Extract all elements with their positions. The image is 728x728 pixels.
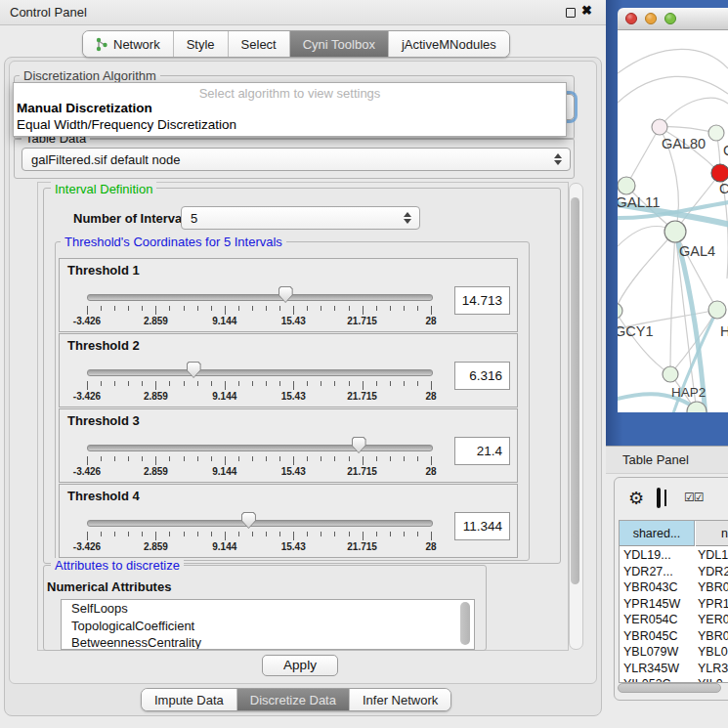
network-node-h[interactable] xyxy=(708,301,726,319)
slider-tick xyxy=(155,532,156,540)
slider-tick xyxy=(376,306,377,311)
tab-label: Select xyxy=(241,37,277,52)
tab-infer-network[interactable]: Infer Network xyxy=(350,689,450,710)
network-node-gal80[interactable] xyxy=(652,119,667,135)
close-button[interactable] xyxy=(625,13,637,24)
table-cell[interactable]: YDR2 xyxy=(698,564,728,580)
table-cell[interactable]: YPR1 xyxy=(698,596,728,613)
slider-tick xyxy=(404,532,405,536)
table-cell[interactable]: YDR27... xyxy=(623,564,699,580)
gear-icon[interactable]: ⚙ xyxy=(628,488,644,509)
table-cell[interactable]: YPR145W xyxy=(623,596,699,613)
table-cell[interactable]: YBR0 xyxy=(698,579,728,596)
table-cell[interactable]: YBR0 xyxy=(698,628,728,645)
table-column-header[interactable]: shared... xyxy=(620,521,695,546)
slider-tick-label: 28 xyxy=(400,316,462,326)
network-node-c[interactable] xyxy=(711,164,728,182)
table-column-header[interactable]: na xyxy=(696,521,728,546)
slider-tick xyxy=(142,532,143,536)
threshold-value-field[interactable]: 21.4 xyxy=(454,437,510,465)
network-node-ga[interactable] xyxy=(708,125,724,141)
slider-tick xyxy=(349,532,350,536)
table-cell[interactable]: YLR345W xyxy=(623,661,699,677)
slider-tick xyxy=(142,306,143,311)
threshold-slider-track[interactable] xyxy=(87,445,433,451)
slider-tick xyxy=(431,456,432,465)
slider-tick xyxy=(87,306,88,315)
algorithm-dropdown-popup: Select algorithm to view settings Manual… xyxy=(13,82,567,137)
tab-label: Infer Network xyxy=(363,693,438,707)
tab-style[interactable]: Style xyxy=(174,31,229,57)
slider-tick xyxy=(101,306,102,311)
slider-tick xyxy=(155,456,156,465)
slider-tick xyxy=(293,456,294,465)
table-data-combobox[interactable]: galFiltered.sif default node xyxy=(21,148,571,171)
slider-tick xyxy=(390,306,391,311)
attribute-list-item[interactable]: SelfLoops xyxy=(62,600,474,618)
threshold-slider-track[interactable] xyxy=(87,520,433,527)
table-cell[interactable]: YBL0 xyxy=(698,644,728,661)
minimize-button[interactable] xyxy=(645,13,657,24)
bottom-tab-bar: Impute DataDiscretize DataInfer Network xyxy=(141,688,451,711)
table-cell[interactable]: YIL0 xyxy=(698,676,728,683)
table-cell[interactable]: YBR045C xyxy=(623,628,699,645)
slider-tick xyxy=(184,381,185,386)
slider-tick xyxy=(307,306,308,311)
table-cell[interactable]: YLR3 xyxy=(698,661,728,677)
slider-tick xyxy=(211,306,212,311)
table-cell[interactable]: YDL1 xyxy=(698,547,728,564)
table-cell[interactable]: YER054C xyxy=(623,612,699,628)
table-hscrollbar-thumb[interactable] xyxy=(618,683,721,693)
network-window-titlebar[interactable] xyxy=(618,8,728,30)
threshold-slider-track[interactable] xyxy=(87,369,433,376)
tab-network[interactable]: Network xyxy=(83,31,174,57)
dropdown-option[interactable]: Equal Width/Frequency Discretization xyxy=(17,117,236,132)
network-node-gcy1[interactable] xyxy=(618,303,622,319)
apply-button[interactable]: Apply xyxy=(262,655,338,676)
attribute-list-item[interactable]: TopologicalCoefficient xyxy=(62,618,474,635)
attribute-list-item[interactable]: BetweennessCentrality xyxy=(62,634,474,650)
threshold-slider-track[interactable] xyxy=(87,294,433,301)
table-cell[interactable]: YBL079W xyxy=(623,644,699,661)
slider-tick xyxy=(114,306,115,311)
column-view-icon[interactable] xyxy=(657,488,661,508)
tab-cyni-toolbox[interactable]: Cyni Toolbox xyxy=(290,31,389,57)
vertical-scrollbar-thumb[interactable] xyxy=(571,197,579,584)
slider-tick-label: 21.715 xyxy=(331,316,394,326)
slider-tick xyxy=(293,306,294,315)
slider-tick xyxy=(279,306,280,311)
slider-tick xyxy=(142,456,143,461)
table-cell[interactable]: YIL052C xyxy=(623,676,699,683)
network-node-gal11[interactable] xyxy=(618,177,635,194)
threshold-value-field[interactable]: 6.316 xyxy=(454,362,510,390)
network-node-gal4[interactable] xyxy=(664,221,686,242)
checkbox-icon[interactable]: ☑☑ xyxy=(684,491,704,504)
network-node-hap2[interactable] xyxy=(663,366,678,382)
close-panel-icon[interactable]: ✖ xyxy=(581,3,592,18)
dropdown-placeholder: Select algorithm to view settings xyxy=(14,86,566,101)
tab-discretize-data[interactable]: Discretize Data xyxy=(237,689,350,710)
table-cell[interactable]: YDL19... xyxy=(623,547,699,564)
slider-tick xyxy=(184,532,185,536)
num-intervals-combobox[interactable]: 5 xyxy=(181,206,420,230)
dropdown-option[interactable]: Manual Discretization xyxy=(17,101,152,115)
slider-tick xyxy=(307,532,308,536)
table-cell[interactable]: YER0 xyxy=(698,612,728,628)
vertical-scrollbar[interactable] xyxy=(569,183,583,650)
network-canvas[interactable]: GAL80GACGAL11GAL4GCY1HHAP2 xyxy=(618,30,728,412)
float-window-icon[interactable] xyxy=(566,8,576,18)
attributes-list-scrollbar-thumb[interactable] xyxy=(460,602,470,645)
tab-select[interactable]: Select xyxy=(229,31,290,57)
slider-tick xyxy=(238,381,239,386)
tab-impute-data[interactable]: Impute Data xyxy=(142,689,237,710)
slider-tick xyxy=(87,381,88,390)
table-hscrollbar[interactable] xyxy=(617,683,728,692)
table-cell[interactable]: YBR043C xyxy=(623,579,699,596)
threshold-value-field[interactable]: 11.344 xyxy=(454,512,510,540)
slider-tick xyxy=(417,306,418,311)
tab-jactivemnodules[interactable]: jActiveMNodules xyxy=(389,31,509,57)
threshold-value-field[interactable]: 14.713 xyxy=(454,286,510,315)
numerical-attributes-list[interactable]: SelfLoopsTopologicalCoefficientBetweenne… xyxy=(61,599,475,650)
slider-tick xyxy=(128,381,129,386)
zoom-button[interactable] xyxy=(664,13,676,24)
